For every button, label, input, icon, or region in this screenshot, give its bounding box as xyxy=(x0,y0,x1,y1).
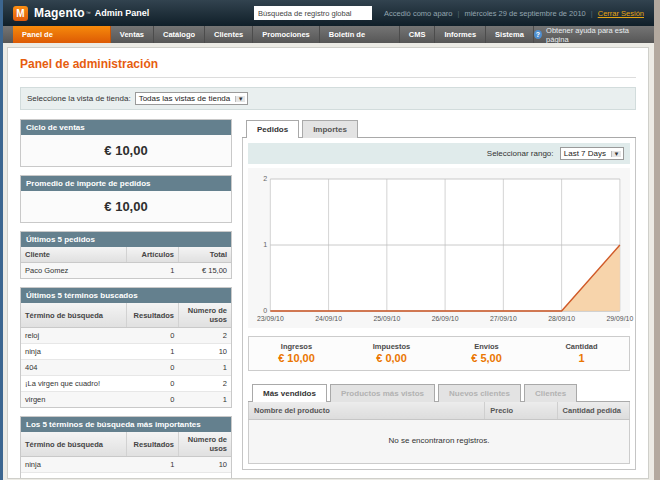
magento-logo: M Magento ™ Admin Panel xyxy=(13,6,149,21)
tab-new-customers[interactable]: Nuevos clientes xyxy=(438,384,521,402)
table-row[interactable]: ninja 1 10 xyxy=(21,457,231,473)
empty-table-message: No se encontraron registros. xyxy=(249,420,630,464)
average-order-value: € 10,00 xyxy=(21,191,231,222)
tab-customers[interactable]: Clientes xyxy=(524,384,577,402)
customer-cell: Paco Gomez xyxy=(21,263,126,279)
nav-item-dashboard[interactable]: Panel de administración xyxy=(13,26,111,43)
nav-item-catalog[interactable]: Catálogo xyxy=(154,26,205,43)
table-row[interactable]: reloj 0 2 xyxy=(21,328,231,344)
column-header: Resultados xyxy=(126,303,179,328)
dashboard-left-column: Ciclo de ventas € 10,00 Promedio de impo… xyxy=(20,119,232,479)
chevron-down-icon: ▼ xyxy=(611,151,621,157)
logout-link[interactable]: Cerrar Sesión xyxy=(598,9,644,18)
column-header: Resultados xyxy=(126,432,179,457)
stat-quantity: Cantidad 1 xyxy=(534,337,629,370)
column-header: Precio xyxy=(485,402,557,420)
range-select[interactable]: Last 7 Days ▼ xyxy=(560,147,624,160)
results-cell: 0 xyxy=(126,392,179,408)
results-cell: 0 xyxy=(126,376,179,392)
logo-name: Magento xyxy=(34,6,85,20)
store-view-selected: Todas las vistas de tienda xyxy=(139,94,231,103)
lifetime-sales-value: € 10,00 xyxy=(21,135,231,166)
average-order-title: Promedio de importe de pedidos xyxy=(21,176,231,191)
nav-item-promotions[interactable]: Promociones xyxy=(253,26,320,43)
uses-cell: 1 xyxy=(179,360,232,376)
table-row[interactable]: reloj 0 2 xyxy=(21,473,231,480)
last-orders-box: Últimos 5 pedidos Cliente Artículos Tota… xyxy=(20,231,232,279)
bestsellers-table: Nombre del producto Precio Cantidad pedi… xyxy=(248,402,630,464)
get-help-link[interactable]: ? Obtener ayuda para esta página xyxy=(534,26,654,43)
uses-cell: 2 xyxy=(179,376,232,392)
totals-row: Ingresos € 10,00 Impuestos € 0,00 Envíos… xyxy=(248,336,630,371)
uses-cell: 2 xyxy=(179,473,232,480)
term-cell: reloj xyxy=(21,473,126,480)
tab-orders[interactable]: Pedidos xyxy=(246,120,299,138)
help-icon: ? xyxy=(534,30,542,39)
term-cell: reloj xyxy=(21,328,126,344)
table-row[interactable]: ¡La virgen que cuadro! 0 2 xyxy=(21,376,231,392)
uses-cell: 2 xyxy=(179,328,232,344)
table-row[interactable]: virgen 0 1 xyxy=(21,392,231,408)
term-cell: ninja xyxy=(21,344,126,360)
last-search-terms-title: Últimos 5 términos buscados xyxy=(21,288,231,303)
results-cell: 0 xyxy=(126,328,179,344)
tab-bestsellers[interactable]: Más vendidos xyxy=(252,384,327,402)
column-header: Cliente xyxy=(21,247,126,263)
uses-cell: 1 xyxy=(179,392,232,408)
chevron-down-icon: ▼ xyxy=(235,96,245,102)
stat-tax: Impuestos € 0,00 xyxy=(344,337,439,370)
term-cell: 404 xyxy=(21,360,126,376)
svg-text:29/09/10: 29/09/10 xyxy=(606,315,633,322)
svg-text:25/09/10: 25/09/10 xyxy=(373,315,400,322)
table-row[interactable]: 404 0 1 xyxy=(21,360,231,376)
nav-item-customers[interactable]: Clientes xyxy=(205,26,253,43)
column-header: Número de usos xyxy=(179,432,232,457)
top-search-terms-title: Los 5 términos de búsqueda más important… xyxy=(21,417,231,432)
total-cell: € 15,00 xyxy=(179,263,232,279)
lifetime-sales-title: Ciclo de ventas xyxy=(21,120,231,135)
product-tabs: Más vendidos Productos más vistos Nuevos… xyxy=(248,383,630,402)
main-nav: Panel de administración Ventas Catálogo … xyxy=(3,26,654,43)
nav-item-reports[interactable]: Informes xyxy=(435,26,486,43)
stat-label: Ingresos xyxy=(249,342,344,351)
stat-value: € 0,00 xyxy=(344,352,439,364)
meta-separator: | xyxy=(591,9,593,18)
column-header: Nombre del producto xyxy=(249,402,485,420)
range-selector-bar: Seleccionar rango: Last 7 Days ▼ xyxy=(248,143,630,164)
stat-shipping: Envíos € 5,00 xyxy=(439,337,534,370)
column-header: Total xyxy=(179,247,232,263)
nav-item-newsletter[interactable]: Boletín de noticias xyxy=(320,26,400,43)
column-header: Número de usos xyxy=(179,303,232,328)
stat-label: Envíos xyxy=(439,342,534,351)
last-search-terms-box: Últimos 5 términos buscados Término de b… xyxy=(20,287,232,408)
tab-most-viewed[interactable]: Productos más vistos xyxy=(330,384,435,402)
meta-separator: | xyxy=(457,9,459,18)
nav-item-cms[interactable]: CMS xyxy=(400,26,436,43)
global-search-input[interactable] xyxy=(254,6,372,20)
svg-text:23/09/10: 23/09/10 xyxy=(257,315,284,322)
term-cell: ninja xyxy=(21,457,126,473)
items-cell: 1 xyxy=(126,263,179,279)
stat-label: Impuestos xyxy=(344,342,439,351)
column-header: Artículos xyxy=(126,247,179,263)
results-cell: 1 xyxy=(126,344,179,360)
table-row[interactable]: ninja 1 10 xyxy=(21,344,231,360)
tab-amounts[interactable]: Importes xyxy=(302,120,358,138)
lifetime-sales-box: Ciclo de ventas € 10,00 xyxy=(20,119,232,167)
table-row[interactable]: Paco Gomez 1 € 15,00 xyxy=(21,263,231,279)
nav-item-sales[interactable]: Ventas xyxy=(111,26,154,43)
logo-suffix: Admin Panel xyxy=(95,8,150,18)
top-search-terms-box: Los 5 términos de búsqueda más important… xyxy=(20,416,232,479)
stat-value: € 10,00 xyxy=(249,352,344,364)
uses-cell: 10 xyxy=(179,457,232,473)
column-header: Término de búsqueda xyxy=(21,432,126,457)
range-label: Seleccionar rango: xyxy=(487,149,554,158)
last-orders-title: Últimos 5 pedidos xyxy=(21,232,231,247)
top-search-terms-table: Término de búsqueda Resultados Número de… xyxy=(21,432,231,479)
get-help-label: Obtener ayuda para esta página xyxy=(546,26,644,44)
store-view-select[interactable]: Todas las vistas de tienda ▼ xyxy=(135,92,249,105)
nav-item-system[interactable]: Sistema xyxy=(486,26,534,43)
svg-text:1: 1 xyxy=(263,242,267,249)
store-view-bar: Seleccione la vista de tienda: Todas las… xyxy=(20,87,636,110)
column-header: Término de búsqueda xyxy=(21,303,126,328)
